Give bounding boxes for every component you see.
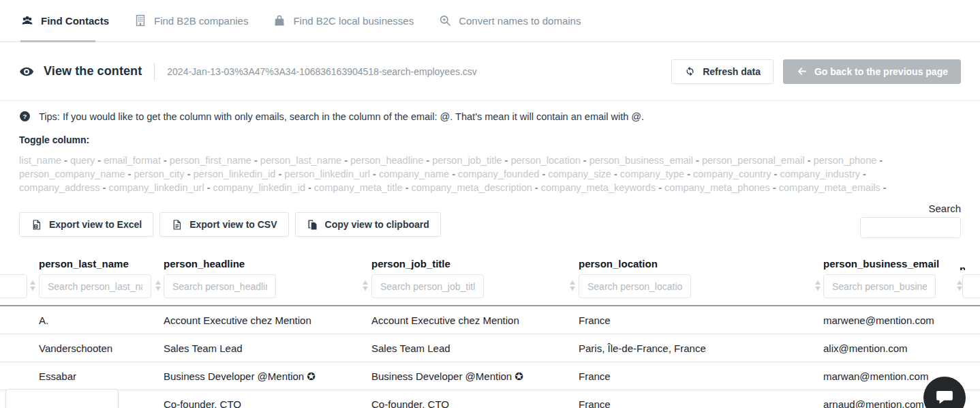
toggle-column-company_size[interactable]: company_size [548, 169, 611, 179]
global-search-input[interactable] [860, 217, 961, 238]
column-filter-input-person_location[interactable] [579, 274, 691, 298]
svg-text:?: ? [23, 113, 27, 120]
toggle-separator: - [656, 182, 664, 193]
sort-arrows-icon[interactable] [570, 280, 576, 292]
sort-arrows-icon[interactable] [815, 280, 821, 292]
toggle-column-label: Toggle column: [19, 134, 961, 145]
export-csv-button[interactable]: Export view to CSV [159, 212, 288, 237]
refresh-data-label: Refresh data [703, 66, 761, 77]
toggle-separator: - [860, 169, 866, 179]
toggle-column-person_company_name[interactable]: person_company_name [19, 169, 125, 179]
table-row: EssabarBusiness Developer @Mention ✪Busi… [0, 362, 980, 390]
toggle-column-list_name[interactable]: list_name [19, 155, 61, 166]
toggle-column-company_country[interactable]: company_country [693, 169, 771, 179]
table-cell: Paris, Île-de-France, France [579, 334, 821, 362]
column-header-person_headline[interactable]: person_headline [164, 258, 245, 269]
table-cell: Sales Team Lead [371, 334, 576, 362]
toggle-column-company_meta_keywords[interactable]: company_meta_keywords [541, 182, 656, 193]
toggle-column-company_meta_title[interactable]: company_meta_title [314, 182, 403, 193]
table-cell: Co-founder, CTO [371, 390, 576, 408]
table-cell: Essabar [39, 362, 162, 390]
toggle-column-person_last_name[interactable]: person_last_name [260, 155, 341, 166]
table-cell: France [579, 306, 821, 334]
column-header-person_last_name[interactable]: person_last_name [39, 258, 129, 269]
export-excel-button[interactable]: Export view to Excel [19, 212, 153, 237]
toggle-separator: - [881, 182, 887, 193]
toolbar: Export view to Excel Export view to CSV … [19, 208, 961, 248]
toggle-separator: - [611, 169, 620, 179]
toggle-column-company_industry[interactable]: company_industry [780, 169, 860, 179]
refresh-data-button[interactable]: Refresh data [671, 59, 774, 84]
tab-find-contacts[interactable]: Find Contacts [20, 14, 109, 27]
table-cell: Business Developer @Mention ✪ [371, 362, 576, 390]
toggle-column-person_city[interactable]: person_city [134, 169, 184, 179]
toggle-column-person_headline[interactable]: person_headline [350, 155, 423, 166]
sort-arrows-icon[interactable] [155, 280, 162, 292]
column-filter-input-partial-left[interactable] [0, 274, 27, 298]
column-filter-input-person_headline[interactable] [164, 274, 276, 298]
export-csv-label: Export view to CSV [189, 219, 277, 230]
toggle-column-company_address[interactable]: company_address [19, 182, 100, 193]
table-row: VanderschootenSales Team LeadSales Team … [0, 334, 980, 362]
column-filter-input-person_job_title[interactable] [371, 274, 484, 298]
toggle-separator: - [61, 155, 70, 166]
column-header-person_job_title[interactable]: person_job_title [371, 258, 450, 269]
toggle-column-person_first_name[interactable]: person_first_name [170, 155, 251, 166]
toggle-column-company_meta_phones[interactable]: company_meta_phones [664, 182, 770, 193]
toggle-column-company_meta_description[interactable]: company_meta_description [412, 182, 532, 193]
toggle-separator: - [581, 155, 589, 166]
sort-arrows-icon[interactable] [363, 280, 369, 292]
toggle-column-company_meta_emails[interactable]: company_meta_emails [779, 182, 881, 193]
toggle-column-person_personal_email[interactable]: person_personal_email [702, 155, 805, 166]
table-cell: Sales Team Lead [164, 334, 368, 362]
copy-clipboard-button[interactable]: Copy view to clipboard [295, 212, 441, 237]
toggle-column-email_format[interactable]: email_format [104, 155, 161, 166]
export-excel-label: Export view to Excel [49, 219, 142, 230]
nav-tabs: Find ContactsFind B2B companiesFind B2C … [0, 0, 980, 41]
toggle-column-company_founded[interactable]: company_founded [458, 169, 539, 179]
tab-find-b2c-local-businesses[interactable]: Find B2C local businesses [273, 14, 414, 27]
column-filter-input-person_business_email[interactable] [823, 274, 936, 298]
toggle-column-query[interactable]: query [70, 155, 95, 166]
column-header-person_location[interactable]: person_location [579, 258, 658, 269]
column-header-partial-right[interactable]: person_personal_email [960, 263, 965, 270]
toggle-column-company_name[interactable]: company_name [379, 169, 449, 179]
toggle-separator: - [275, 169, 284, 179]
toggle-separator: - [185, 169, 194, 179]
table-cell: France [579, 362, 821, 390]
toggle-separator: - [125, 169, 134, 179]
column-header-person_business_email[interactable]: person_business_email [823, 258, 939, 269]
toggle-column-person_phone[interactable]: person_phone [814, 155, 877, 166]
copy-clipboard-label: Copy view to clipboard [325, 219, 429, 230]
toggle-column-company_linkedin_url[interactable]: company_linkedin_url [108, 182, 204, 193]
column-filter-input-person_last_name[interactable] [39, 274, 151, 298]
toggle-separator: - [251, 155, 260, 166]
table-cell: France [579, 390, 821, 408]
column-filter-input-partial-right[interactable] [962, 274, 980, 298]
refresh-icon [684, 65, 696, 77]
table-body: A.Account Executive chez MentionAccount … [0, 306, 980, 408]
floating-box [5, 389, 119, 408]
export-buttons: Export view to Excel Export view to CSV … [19, 212, 441, 237]
toggle-column-person_job_title[interactable]: person_job_title [432, 155, 502, 166]
tab-convert-names-to-domains[interactable]: Convert names to domains [438, 14, 581, 27]
sort-arrows-icon[interactable] [30, 280, 36, 292]
toggle-column-person_linkedin_id[interactable]: person_linkedin_id [194, 169, 276, 179]
tips-row: ? Tips: If you would like to get the col… [19, 111, 961, 122]
table-cell: Vanderschooten [39, 334, 162, 362]
toggle-separator: - [502, 155, 511, 166]
toggle-column-person_business_email[interactable]: person_business_email [589, 155, 693, 166]
table-cell: Business Developer @Mention ✪ [164, 362, 368, 390]
tab-find-b2b-companies[interactable]: Find B2B companies [134, 14, 248, 27]
toggle-separator: - [532, 182, 541, 193]
toggle-column-company_type[interactable]: company_type [620, 169, 684, 179]
toggle-column-company_linkedin_id[interactable]: company_linkedin_id [213, 182, 305, 193]
building-icon [134, 14, 147, 27]
toggle-column-person_linkedin_url[interactable]: person_linkedin_url [284, 169, 370, 179]
go-back-button[interactable]: Go back to the previous page [783, 59, 961, 84]
tab-label: Find B2B companies [154, 15, 248, 27]
table-cell: Account Executive chez Mention [371, 306, 576, 334]
toggle-column-person_location[interactable]: person_location [510, 155, 580, 166]
eye-icon [19, 64, 34, 79]
toggle-separator: - [100, 182, 109, 193]
